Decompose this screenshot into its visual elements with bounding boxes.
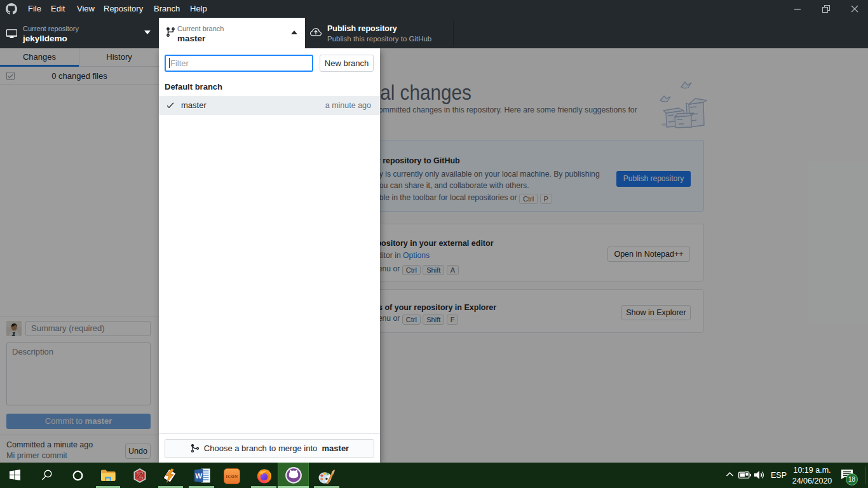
svg-text:W: W [195, 472, 202, 480]
svg-text:ICON: ICON [226, 474, 238, 478]
